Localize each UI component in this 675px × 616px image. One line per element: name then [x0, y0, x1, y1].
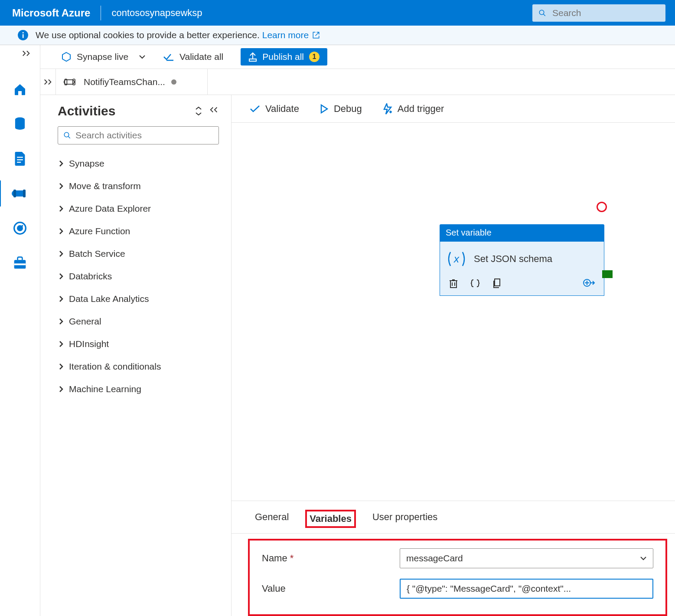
info-icon	[17, 29, 29, 41]
global-search-input[interactable]	[552, 8, 659, 18]
activity-category[interactable]: Machine Learning	[58, 378, 219, 400]
svg-rect-3	[23, 34, 24, 38]
activity-category[interactable]: Databricks	[58, 265, 219, 288]
toolbox-icon	[13, 256, 27, 269]
expand-rail-icon[interactable]	[22, 50, 31, 56]
trigger-icon	[383, 103, 392, 115]
variable-icon: x	[446, 249, 467, 269]
nav-integrate[interactable]	[12, 186, 28, 201]
activity-category[interactable]: Azure Data Explorer	[58, 197, 219, 220]
svg-rect-34	[495, 279, 500, 286]
pipeline-canvas[interactable]: Set variable x Set JSON schema	[232, 123, 675, 501]
add-output-icon[interactable]	[583, 278, 595, 288]
activities-panel: Activities	[40, 95, 231, 616]
activity-category-label: Batch Service	[69, 249, 125, 259]
publish-all-button[interactable]: Publish all 1	[241, 48, 327, 66]
activity-category-label: Machine Learning	[69, 384, 141, 394]
database-icon	[13, 117, 26, 131]
svg-rect-6	[17, 157, 23, 157]
cookie-banner: We use optional cookies to provide a bet…	[0, 26, 675, 45]
nav-data[interactable]	[12, 116, 28, 132]
topbar-divider	[101, 6, 101, 20]
svg-text:x: x	[453, 253, 460, 265]
tab-general[interactable]: General	[252, 510, 291, 528]
activity-category[interactable]: General	[58, 310, 219, 333]
activity-category[interactable]: Azure Function	[58, 220, 219, 242]
delete-icon[interactable]	[449, 278, 458, 288]
publish-mode-label: Synapse live	[77, 52, 128, 62]
validate-all-button[interactable]: Validate all	[163, 52, 223, 62]
name-label: Name*	[262, 553, 400, 564]
name-dropdown[interactable]: messageCard	[400, 548, 653, 568]
workspace-name: contososynapsewksp	[111, 7, 202, 19]
pipeline-icon	[12, 188, 28, 199]
activity-category-label: Databricks	[69, 271, 112, 282]
monitor-icon	[13, 221, 27, 235]
search-icon	[63, 131, 71, 139]
activity-node-set-variable[interactable]: Set variable x Set JSON schema	[440, 224, 604, 296]
learn-more-link[interactable]: Learn more	[262, 30, 320, 40]
nav-monitor[interactable]	[12, 220, 28, 236]
pipeline-icon	[63, 77, 78, 87]
chevron-right-icon	[59, 205, 64, 213]
validate-all-icon	[163, 52, 174, 61]
activity-category[interactable]: Iteration & conditionals	[58, 355, 219, 378]
collapse-all-icon[interactable]	[195, 107, 202, 115]
activity-category-label: HDInsight	[69, 339, 109, 349]
activity-category[interactable]: Move & transform	[58, 175, 219, 197]
nav-home[interactable]	[12, 82, 28, 97]
activities-search[interactable]	[58, 126, 219, 144]
nav-manage[interactable]	[12, 255, 28, 271]
activities-title: Activities	[58, 104, 115, 118]
chevron-right-icon	[59, 272, 64, 280]
tab-pipeline[interactable]: NotifiyTeamsChan...	[56, 69, 208, 95]
tabstrip: NotifiyTeamsChan...	[40, 69, 675, 95]
activity-category[interactable]: HDInsight	[58, 333, 219, 355]
collapse-panel-icon[interactable]	[209, 107, 219, 115]
activity-category[interactable]: Synapse	[58, 152, 219, 175]
chevron-right-icon	[59, 182, 64, 190]
value-input[interactable]: { "@type": "MessageCard", "@context"...	[400, 579, 653, 599]
tab-variables[interactable]: Variables	[305, 510, 356, 528]
chevron-right-icon	[59, 227, 64, 235]
document-icon	[14, 152, 26, 166]
chevron-right-icon	[59, 295, 64, 303]
publish-all-label: Publish all	[262, 52, 304, 62]
activity-category[interactable]: Batch Service	[58, 242, 219, 265]
debug-label: Debug	[334, 103, 362, 115]
validate-button[interactable]: Validate	[250, 103, 299, 115]
properties-tabs: General Variables User properties	[232, 501, 675, 533]
svg-rect-19	[249, 59, 256, 61]
chevron-right-icon	[59, 363, 64, 370]
nav-develop[interactable]	[12, 151, 28, 167]
add-trigger-button[interactable]: Add trigger	[383, 103, 444, 115]
code-icon[interactable]	[470, 278, 480, 288]
publish-mode-dropdown[interactable]: Synapse live	[61, 52, 146, 62]
value-text: { "@type": "MessageCard", "@context"...	[407, 583, 571, 594]
copy-icon[interactable]	[492, 278, 502, 288]
global-search[interactable]	[532, 4, 665, 22]
tab-user-properties[interactable]: User properties	[370, 510, 440, 528]
home-icon	[13, 82, 27, 96]
chevron-down-icon	[640, 556, 647, 560]
workspace-toolbar: Synapse live Validate all Publish all	[40, 45, 675, 69]
activity-category[interactable]: Data Lake Analytics	[58, 288, 219, 310]
check-icon	[250, 105, 260, 113]
svg-rect-30	[450, 281, 457, 288]
activity-category-label: Azure Data Explorer	[69, 203, 151, 214]
svg-line-1	[543, 14, 545, 16]
activities-search-input[interactable]	[75, 130, 213, 141]
svg-rect-11	[13, 190, 16, 197]
tab-label: NotifiyTeamsChan...	[84, 77, 165, 87]
chevron-right-icon	[59, 160, 64, 167]
debug-button[interactable]: Debug	[320, 103, 362, 115]
svg-rect-16	[14, 263, 26, 265]
svg-marker-26	[384, 104, 391, 114]
svg-line-24	[68, 136, 70, 138]
chevron-down-icon	[139, 55, 146, 59]
chevron-right-icon	[59, 385, 64, 393]
svg-point-23	[64, 132, 69, 137]
publish-count-badge: 1	[309, 52, 320, 62]
success-connector[interactable]	[602, 270, 613, 278]
expand-tabs-button[interactable]	[40, 69, 56, 95]
